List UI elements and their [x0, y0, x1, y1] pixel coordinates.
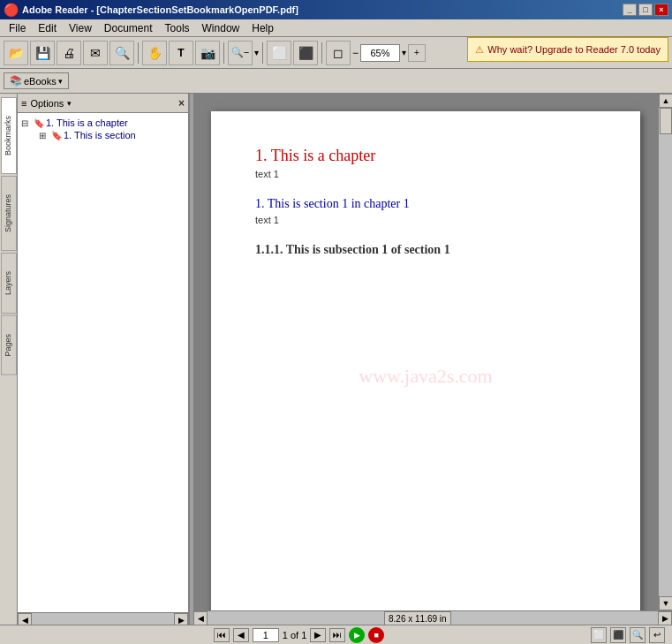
save-button[interactable]: 💾 [30, 41, 55, 65]
bookmark-section-icon: 🔖 [51, 131, 62, 140]
separator-3 [262, 42, 263, 64]
toolbar: 📂 💾 🖨 ✉ 🔍 ✋ T 📷 🔍− ▾ ⬜ ⬛ ◻ − 65% ▾ + ⚠ W… [0, 37, 672, 69]
panel-scroll-track [32, 613, 174, 625]
menu-bar: File Edit View Document Tools Window Hel… [0, 19, 672, 37]
last-page-button[interactable]: ⏭ [329, 628, 345, 642]
snapshot-button[interactable]: 📷 [195, 41, 220, 65]
scroll-up-button[interactable]: ▲ [659, 94, 672, 108]
separator-1 [138, 42, 139, 64]
pdf-area: 1. This is a chapter text 1 1. This is s… [193, 94, 672, 625]
hscroll-left-button[interactable]: ◀ [193, 611, 208, 625]
ebooks-icon: 📚 [10, 75, 22, 87]
pdf-page: 1. This is a chapter text 1 1. This is s… [211, 111, 640, 610]
status-center: ⏮ ◀ 1 of 1 ▶ ⏭ ▶ ■ [214, 627, 385, 643]
panel-header-left: ≡ Options ▾ [21, 98, 72, 109]
separator-4 [321, 42, 322, 64]
zoom-icon: − [352, 47, 359, 59]
menu-file[interactable]: File [4, 20, 31, 36]
signatures-tab[interactable]: Signatures [1, 176, 17, 251]
menu-document[interactable]: Document [99, 20, 158, 36]
section-expand-icon[interactable]: ⊞ [39, 131, 49, 140]
scroll-track[interactable] [659, 108, 672, 596]
panel-hscroll: ◀ ▶ [18, 612, 188, 625]
bookmark-section-label: 1. This is section [64, 130, 136, 140]
ad-banner[interactable]: ⚠ Why wait? Upgrade to Reader 7.0 today [467, 37, 668, 62]
pages-tab[interactable]: Pages [1, 315, 17, 375]
fit-page-button[interactable]: ⬜ [267, 41, 291, 65]
next-page-button[interactable]: ▶ [310, 628, 326, 642]
layers-tab[interactable]: Layers [1, 253, 17, 314]
zoom-in-button[interactable]: + [408, 44, 426, 62]
scroll-thumb[interactable] [660, 108, 672, 134]
open-button[interactable]: 📂 [4, 41, 28, 65]
panel-header: ≡ Options ▾ × [18, 94, 188, 113]
bookmark-chapter-label: 1. This is a chapter [46, 117, 128, 128]
menu-help[interactable]: Help [246, 20, 279, 36]
zoom-status-button[interactable]: 🔍 [630, 627, 646, 643]
bookmark-chapter[interactable]: ⊟ 🔖 1. This is a chapter [21, 117, 185, 129]
ebooks-button[interactable]: 📚 eBooks ▾ [4, 72, 69, 89]
panel-scroll-left[interactable]: ◀ [18, 613, 32, 625]
print-button[interactable]: 🖨 [57, 41, 81, 65]
bottom-scroll-row: ◀ 8.26 x 11.69 in ▶ [193, 610, 672, 625]
bookmark-chapter-icon: 🔖 [34, 118, 44, 128]
title-bar-controls[interactable]: _ □ × [623, 4, 668, 16]
left-panel-tabs: Bookmarks Signatures Layers Pages [0, 94, 18, 625]
bookmark-children: ⊞ 🔖 1. This is section [39, 129, 185, 141]
pdf-heading3: 1.1.1. This is subsection 1 of section 1 [255, 243, 596, 257]
zoom-input[interactable]: 65% [360, 44, 400, 62]
zoom-out-button[interactable]: 🔍− [228, 41, 253, 65]
menu-tools[interactable]: Tools [160, 20, 195, 36]
pdf-heading1: 1. This is a chapter [255, 147, 596, 165]
options-label: Options [30, 98, 64, 109]
bookmarks-tab[interactable]: Bookmarks [1, 97, 17, 174]
fit-width-status-button[interactable]: ⬛ [610, 627, 626, 643]
hscroll-right-button[interactable]: ▶ [658, 611, 672, 625]
menu-view[interactable]: View [64, 20, 97, 36]
maximize-button[interactable]: □ [638, 4, 653, 16]
search-button[interactable]: 🔍 [109, 41, 134, 65]
options-icon: ≡ [21, 98, 26, 109]
ad-text: Why wait? Upgrade to Reader 7.0 today [487, 44, 661, 55]
scroll-down-button[interactable]: ▼ [659, 596, 672, 610]
minimize-button[interactable]: _ [623, 4, 637, 16]
panel-close-button[interactable]: × [178, 97, 185, 110]
menu-edit[interactable]: Edit [33, 20, 62, 36]
expand-icon[interactable]: ⊟ [21, 118, 32, 128]
pdf-text1: text 1 [255, 169, 596, 179]
page-number-input[interactable] [253, 628, 279, 642]
title-bar: 🔴 Adobe Reader - [ChapterSectionSetBookm… [0, 0, 672, 19]
zoom-dropdown-arrow[interactable]: ▾ [402, 48, 406, 57]
pdf-heading2: 1. This is section 1 in chapter 1 [255, 197, 596, 211]
zoom-arrow: ▾ [254, 48, 259, 57]
title-bar-left: 🔴 Adobe Reader - [ChapterSectionSetBookm… [4, 3, 298, 17]
menu-window[interactable]: Window [197, 20, 245, 36]
select-tool-button[interactable]: T [169, 41, 193, 65]
close-button[interactable]: × [654, 4, 668, 16]
fit-page-status-button[interactable]: ⬜ [591, 627, 607, 643]
bookmarks-panel: ≡ Options ▾ × ⊟ 🔖 1. This is a chapter ⊞… [18, 94, 190, 625]
reflow-button[interactable]: ↩ [649, 627, 665, 643]
app-icon: 🔴 [4, 3, 19, 17]
status-right: ⬜ ⬛ 🔍 ↩ [591, 627, 665, 643]
ebooks-dropdown-icon: ▾ [58, 77, 63, 86]
actual-size-button[interactable]: ◻ [326, 41, 351, 65]
ebooks-label: eBooks [24, 76, 57, 87]
bookmark-tree: ⊟ 🔖 1. This is a chapter ⊞ 🔖 1. This is … [18, 113, 188, 612]
separator-2 [223, 42, 224, 64]
zoom-box: − 65% ▾ + [352, 44, 426, 62]
first-page-button[interactable]: ⏮ [214, 628, 230, 642]
prev-page-button[interactable]: ◀ [233, 628, 249, 642]
fit-width-button[interactable]: ⬛ [293, 41, 318, 65]
email-button[interactable]: ✉ [83, 41, 108, 65]
window-title: Adobe Reader - [ChapterSectionSetBookmar… [22, 4, 298, 15]
stop-button[interactable]: ■ [368, 627, 384, 643]
page-total-label: 1 of 1 [283, 630, 307, 640]
bookmark-section[interactable]: ⊞ 🔖 1. This is section [39, 129, 185, 141]
panel-scroll-right[interactable]: ▶ [174, 613, 188, 625]
play-button[interactable]: ▶ [349, 627, 365, 643]
pdf-scroll-area: 1. This is a chapter text 1 1. This is s… [193, 94, 672, 610]
hand-tool-button[interactable]: ✋ [142, 41, 167, 65]
pdf-text2: text 1 [255, 215, 596, 225]
options-dropdown-icon[interactable]: ▾ [67, 99, 72, 108]
